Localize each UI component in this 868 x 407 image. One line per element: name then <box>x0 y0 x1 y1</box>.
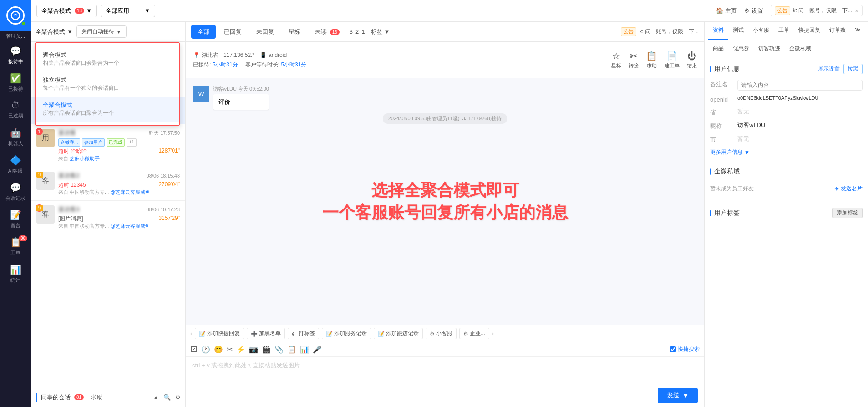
action-end[interactable]: ⏻ 结束 <box>687 51 697 69</box>
mode-toggle[interactable]: 全聚合模式 ▼ <box>36 28 73 36</box>
sidebar-item-note[interactable]: 📝 留言 <box>0 205 31 233</box>
settings-link[interactable]: ⚙ 设置 <box>744 7 763 15</box>
right-tab-corp-wechat[interactable]: 企微私域 <box>785 40 816 58</box>
right-tab-test[interactable]: 测试 <box>728 22 748 40</box>
right-tab-more[interactable]: ≫ <box>850 22 865 40</box>
chat-item-4[interactable]: 1 转 客 某访客3 08/06 10:47:23 [图片消息] 3157'29… <box>31 201 185 234</box>
nickname-row: 昵称 访客wLDU <box>710 121 863 130</box>
send-card-label: 发送名片 <box>841 185 863 193</box>
help-btn[interactable]: 求助 <box>91 393 103 402</box>
duration-4: 3157'29" <box>158 215 180 221</box>
gear-icon[interactable]: ⚙ <box>175 394 181 401</box>
display-settings-btn[interactable]: 展示设置 <box>818 65 840 73</box>
quick-reply-btn[interactable]: 📝 添加快捷回复 <box>195 328 244 339</box>
mode-selector[interactable]: 全聚合模式 13 ▼ <box>36 5 97 17</box>
user-tags-title: 用户标签 <box>710 209 740 217</box>
close-icon[interactable]: × <box>855 7 858 14</box>
chat-item-2[interactable]: 1 用 某访客 昨天 17:57:50 企微客... 参加用户 已完成 +1 <box>31 124 185 167</box>
sidebar-item-stats[interactable]: 📊 统计 <box>0 260 31 287</box>
dropdown-option-full-aggregate[interactable]: 全聚合模式 所有产品会话窗口聚合为一个 <box>36 97 179 122</box>
attach-icon[interactable]: 📎 <box>274 345 284 354</box>
sidebar-item-expired[interactable]: ⏱ 已过期 <box>0 96 31 123</box>
right-tab-workorder[interactable]: 工单 <box>774 22 794 40</box>
app-selector[interactable]: 全部应用 ▼ <box>101 5 155 17</box>
help-label: 求助 <box>647 62 657 69</box>
note-input[interactable] <box>737 80 863 91</box>
accepted-time[interactable]: 5小时31分 <box>213 61 238 68</box>
auto-accept-btn[interactable]: 关闭自动接待 ▼ <box>76 25 127 38</box>
blacklist-btn[interactable]: ➕ 加黑名单 <box>247 328 285 339</box>
sidebar-item-chat-log[interactable]: 💬 会话记录 <box>0 178 31 205</box>
image-icon[interactable]: 🖼 <box>190 346 198 354</box>
prev-icon[interactable]: ‹ <box>190 331 192 337</box>
send-card-btn[interactable]: ✈ 发送名片 <box>834 185 863 193</box>
action-transfer[interactable]: ✂ 转接 <box>629 51 639 69</box>
send-button[interactable]: 发送 ▼ <box>658 388 698 403</box>
preview-text-4: [图片消息] <box>58 215 83 222</box>
up-icon[interactable]: ▲ <box>153 394 159 401</box>
right-tab-coupon[interactable]: 优惠券 <box>728 40 754 58</box>
sidebar-item-robot[interactable]: 🤖 机器人 <box>0 123 31 151</box>
mic-icon[interactable]: 🎤 <box>313 345 322 354</box>
promo-overlay: 选择全聚合模式即可 一个客服账号回复所有小店的消息 <box>322 179 568 224</box>
input-box[interactable]: ctrl + v 或拖拽到此处可直接粘贴发送图片 <box>186 357 704 384</box>
home-link[interactable]: 🏠 主页 <box>716 7 737 15</box>
wait-time[interactable]: 5小时31分 <box>281 61 306 68</box>
tag-btn[interactable]: 🏷 打标签 <box>288 328 319 339</box>
video-icon[interactable]: 🎬 <box>262 345 271 354</box>
right-tab-quick-reply[interactable]: 快捷回复 <box>794 22 825 40</box>
tab-label-btn[interactable]: 标签 ▼ <box>366 25 394 39</box>
right-panel: 资料 测试 小客服 工单 快捷回复 订单数 ≫ <box>704 22 868 407</box>
message-1: W 访客wLDU 今天 09:52:00 评价 <box>193 86 697 110</box>
next-icon[interactable]: › <box>492 331 494 337</box>
tab-unread[interactable]: 未读 13 <box>309 25 346 39</box>
sidebar-item-ai[interactable]: 🔷 AI客服 <box>0 151 31 178</box>
clock-icon[interactable]: 🕐 <box>201 345 210 354</box>
sidebar-item-chat-done[interactable]: ✅ 已接待 <box>0 69 31 96</box>
announcement-bar[interactable]: 公告 k: 问一账号，仅限一下... × <box>771 5 863 16</box>
add-tag-btn[interactable]: 添加标签 <box>832 208 863 218</box>
source-link-2[interactable]: 芝麻小微助手 <box>70 156 100 161</box>
right-tab-order-count[interactable]: 订单数 <box>825 22 850 40</box>
tab-replied[interactable]: 已回复 <box>218 25 248 39</box>
right-tab-visitor-track[interactable]: 访客轨迹 <box>754 40 785 58</box>
dropdown-option-independent[interactable]: 独立模式 每个产品有一个独立的会话窗口 <box>36 71 179 97</box>
pull-btn[interactable]: 拉黑 <box>843 64 863 74</box>
app-label: 全部应用 <box>106 7 129 15</box>
search-icon[interactable]: 🔍 <box>163 394 171 401</box>
action-help[interactable]: 📋 求助 <box>646 51 657 69</box>
right-tab-info[interactable]: 资料 <box>708 22 728 40</box>
emoji-icon[interactable]: 😊 <box>214 345 223 354</box>
quick-search-checkbox[interactable] <box>670 346 676 352</box>
action-star[interactable]: ☆ 星标 <box>611 51 621 69</box>
corp-wechat-content: 暂未成为员工好友 ✈ 发送名片 <box>710 181 863 196</box>
follow-record-btn[interactable]: 📝 添加跟进记录 <box>374 328 423 339</box>
clipboard-icon[interactable]: 📋 <box>287 345 296 354</box>
star-icon: ☆ <box>612 51 620 61</box>
right-tab-mini-service[interactable]: 小客服 <box>748 22 774 40</box>
chat-item-3[interactable]: 转 客 某访客2 08/06 18:15:48 超时 12345 2709'04… <box>31 167 185 201</box>
timeout-label-2: 超时 哈哈哈 <box>58 148 87 154</box>
source-link-3[interactable]: @芝麻云客服咸鱼 <box>110 189 150 195</box>
quick-search-toggle[interactable]: 快捷搜索 <box>670 346 700 353</box>
chart-icon[interactable]: 📊 <box>300 345 309 354</box>
flash-icon[interactable]: ⚡ <box>236 345 245 354</box>
more-user-info-link[interactable]: 更多用户信息 ▼ <box>710 148 863 156</box>
more-btn[interactable]: ⚙ 企业... <box>459 328 489 339</box>
tab-unreplied[interactable]: 未回复 <box>250 25 280 39</box>
service-record-btn[interactable]: 📝 添加服务记录 <box>322 328 371 339</box>
sidebar-item-workorder[interactable]: 📋 工单 38 <box>0 233 31 260</box>
source-link-4[interactable]: @芝麻云客服咸鱼 <box>110 223 150 229</box>
tab-num-2: 2 <box>355 28 359 35</box>
camera-icon[interactable]: 📷 <box>249 345 258 354</box>
mini-service-btn[interactable]: ⚙ 小客服 <box>426 328 457 339</box>
action-workorder[interactable]: 📄 建工单 <box>665 51 680 69</box>
right-tab-goods[interactable]: 商品 <box>708 40 728 58</box>
user-tags-header: 用户标签 添加标签 <box>710 208 863 218</box>
scissors-icon[interactable]: ✂ <box>227 345 233 354</box>
tab-starred[interactable]: 星标 <box>282 25 307 39</box>
transfer-badge-3: 转 <box>36 172 43 178</box>
tab-all[interactable]: 全部 <box>191 25 216 39</box>
sidebar-item-chat-active[interactable]: 💬 接待中 <box>0 41 31 69</box>
dropdown-option-aggregate[interactable]: 聚合模式 相关产品会话窗口会聚合为一个 <box>36 46 179 71</box>
